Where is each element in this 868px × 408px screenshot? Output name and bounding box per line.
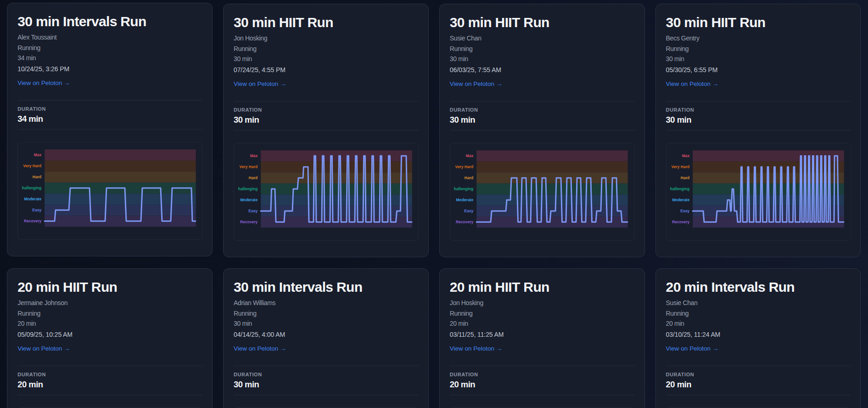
svg-text:Hard: Hard <box>248 176 257 180</box>
svg-text:Recovery: Recovery <box>672 220 690 224</box>
svg-text:Challenging: Challenging <box>454 187 473 191</box>
svg-text:Hard: Hard <box>681 176 689 180</box>
svg-text:Challenging: Challenging <box>670 187 689 191</box>
svg-text:Moderate: Moderate <box>672 198 689 202</box>
svg-text:Easy: Easy <box>248 209 258 213</box>
svg-text:Max: Max <box>682 153 690 158</box>
svg-text:Recovery: Recovery <box>24 219 42 223</box>
svg-text:Max: Max <box>466 153 474 158</box>
svg-text:Easy: Easy <box>680 209 689 213</box>
svg-text:Recovery: Recovery <box>456 220 474 224</box>
svg-text:Max: Max <box>34 153 41 157</box>
svg-text:Very Hard: Very Hard <box>239 164 258 169</box>
svg-text:Hard: Hard <box>33 175 41 179</box>
svg-text:Hard: Hard <box>465 176 473 180</box>
svg-text:Very Hard: Very Hard <box>455 164 474 169</box>
svg-text:Easy: Easy <box>32 208 41 212</box>
svg-text:Max: Max <box>250 153 258 158</box>
svg-text:Very Hard: Very Hard <box>672 164 690 169</box>
svg-text:Easy: Easy <box>465 209 474 213</box>
svg-text:Moderate: Moderate <box>24 197 41 201</box>
svg-text:Moderate: Moderate <box>240 198 258 202</box>
svg-text:Very Hard: Very Hard <box>23 164 41 168</box>
svg-text:Recovery: Recovery <box>240 220 258 224</box>
svg-text:Challenging: Challenging <box>22 186 41 190</box>
svg-text:Moderate: Moderate <box>456 198 474 202</box>
svg-text:Challenging: Challenging <box>238 187 258 191</box>
